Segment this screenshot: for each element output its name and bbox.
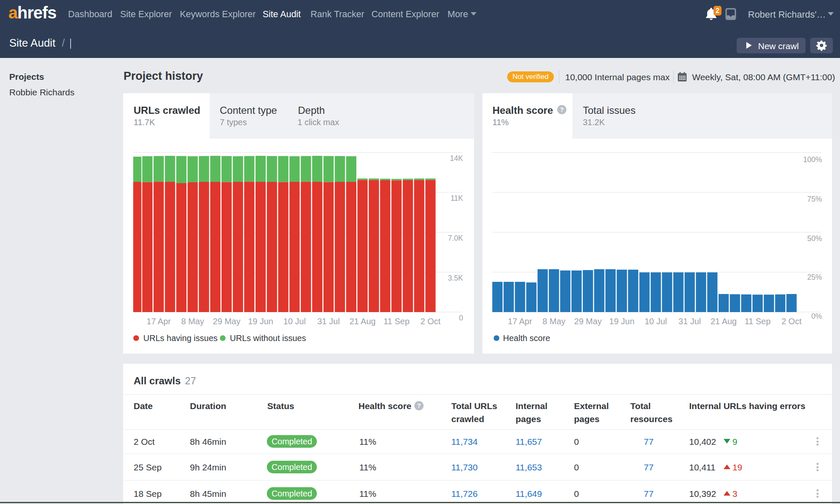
svg-text:31 Jul: 31 Jul [317, 317, 340, 326]
svg-text:11K: 11K [450, 194, 463, 202]
svg-text:14K: 14K [450, 154, 463, 163]
svg-text:11 Sep: 11 Sep [384, 317, 410, 326]
svg-text:Health score: Health score [503, 333, 550, 343]
svg-text:7.0K: 7.0K [448, 234, 463, 242]
svg-text:10 Jul: 10 Jul [283, 317, 305, 326]
svg-text:8 May: 8 May [181, 317, 204, 326]
svg-text:21 Aug: 21 Aug [711, 317, 737, 326]
svg-text:21 Aug: 21 Aug [350, 317, 376, 326]
svg-text:19 Jun: 19 Jun [609, 317, 635, 326]
svg-text:75%: 75% [807, 195, 822, 203]
svg-text:0%: 0% [811, 312, 822, 320]
svg-text:29 May: 29 May [574, 317, 602, 326]
svg-text:100%: 100% [803, 155, 822, 164]
svg-text:0: 0 [459, 314, 463, 322]
svg-text:19 Jun: 19 Jun [248, 317, 273, 326]
svg-text:2 Oct: 2 Oct [782, 317, 802, 326]
svg-text:50%: 50% [807, 234, 822, 243]
svg-text:29 May: 29 May [213, 317, 241, 326]
svg-text:URLs without issues: URLs without issues [230, 333, 306, 343]
svg-text:8 May: 8 May [542, 317, 565, 326]
svg-text:31 Jul: 31 Jul [679, 317, 701, 326]
svg-text:11 Sep: 11 Sep [745, 317, 771, 326]
svg-text:3.5K: 3.5K [448, 274, 463, 282]
svg-text:10 Jul: 10 Jul [645, 317, 667, 326]
svg-text:17 Apr: 17 Apr [147, 317, 171, 326]
svg-text:25%: 25% [807, 273, 822, 281]
svg-text:URLs having issues: URLs having issues [143, 333, 218, 343]
svg-text:17 Apr: 17 Apr [508, 317, 532, 326]
svg-text:2 Oct: 2 Oct [421, 317, 441, 326]
